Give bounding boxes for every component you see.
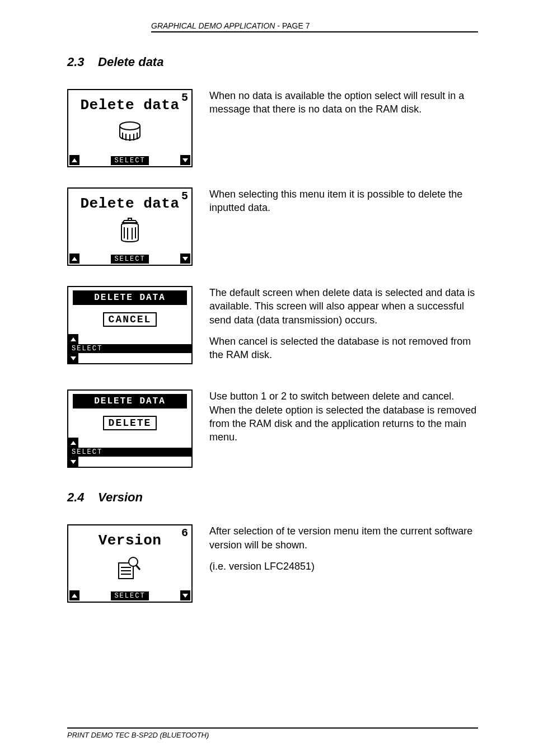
item-row: DELETE DATA DELETE SELECT Use button 1 o… <box>67 389 478 468</box>
lcd-title: Delete data <box>68 97 191 114</box>
section-heading-delete: 2.3 Delete data <box>67 55 478 69</box>
item-row: DELETE DATA CANCEL SELECT The default sc… <box>67 286 478 369</box>
lcd-mid-area: DELETE <box>68 408 191 438</box>
footer-text-smallcaps: LUETOOTH <box>167 731 207 739</box>
cancel-option[interactable]: CANCEL <box>103 312 157 327</box>
lcd-screen-delete-option: DELETE DATA DELETE SELECT <box>67 389 193 468</box>
up-arrow-icon[interactable] <box>69 253 79 264</box>
paragraph: Use button 1 or 2 to switch between dele… <box>209 389 478 444</box>
lcd-title: Delete data <box>68 195 191 212</box>
down-arrow-icon[interactable] <box>180 155 190 165</box>
lcd-screen-delete-nodata: 5 Delete data SELECT <box>67 89 193 167</box>
paragraph: (i.e. version LFC24851) <box>209 560 478 573</box>
lcd-bottom-bar: SELECT <box>68 438 191 467</box>
section-num: 2.4 <box>67 490 85 504</box>
description-text: When selecting this menu item it is poss… <box>209 187 478 223</box>
description-text: When no data is available the option sel… <box>209 89 478 124</box>
svg-point-0 <box>120 122 140 130</box>
item-row: 6 Version SELECT After selection of te v <box>67 524 478 603</box>
delete-option[interactable]: DELETE <box>103 416 157 430</box>
lcd-title: Version <box>68 532 191 549</box>
lcd-screen-cancel: DELETE DATA CANCEL SELECT <box>67 286 193 364</box>
section-title-text: Version <box>98 490 143 504</box>
select-button[interactable]: SELECT <box>111 156 148 165</box>
item-row: 5 Delete data SELECT When no <box>67 89 478 167</box>
page-header: GRAPHICAL DEMO APPLICATION - PAGE 7 <box>151 21 478 32</box>
lcd-title-bar: DELETE DATA <box>73 290 187 305</box>
lcd-menu-number: 6 <box>181 527 188 539</box>
item-row: 5 Delete data SELECT When sel <box>67 187 478 266</box>
down-arrow-icon[interactable] <box>68 353 78 363</box>
up-arrow-icon[interactable] <box>69 155 79 165</box>
lcd-screen-delete-trash: 5 Delete data SELECT <box>67 187 193 266</box>
up-arrow-icon[interactable] <box>69 590 79 600</box>
trash-icon <box>68 212 191 251</box>
footer-text: PRINT DEMO TEC B-SP2D (B <box>67 731 167 739</box>
up-arrow-icon[interactable] <box>68 334 78 344</box>
lcd-bottom-bar: SELECT <box>68 153 191 166</box>
select-button[interactable]: SELECT <box>68 344 191 353</box>
hdd-icon <box>68 114 191 153</box>
section-heading-version: 2.4 Version <box>67 490 478 505</box>
section-num: 2.3 <box>67 55 85 69</box>
paragraph: When selecting this menu item it is poss… <box>209 187 478 215</box>
paragraph: When cancel is selected the database is … <box>209 335 478 362</box>
lcd-bottom-bar: SELECT <box>68 251 191 265</box>
paragraph: After selection of te version menu item … <box>209 524 478 552</box>
select-button[interactable]: SELECT <box>111 591 148 600</box>
lcd-bottom-bar: SELECT <box>68 334 191 363</box>
description-text: After selection of te version menu item … <box>209 524 478 581</box>
down-arrow-icon[interactable] <box>180 590 190 600</box>
lcd-menu-number: 5 <box>181 190 188 203</box>
description-text: Use button 1 or 2 to switch between dele… <box>209 389 478 452</box>
lcd-bottom-bar: SELECT <box>68 588 191 602</box>
svg-line-16 <box>136 565 140 570</box>
document-search-icon <box>68 549 191 588</box>
description-text: The default screen when delete data is s… <box>209 286 478 369</box>
down-arrow-icon[interactable] <box>180 253 190 264</box>
lcd-menu-number: 5 <box>181 91 188 104</box>
lcd-screen-version: 6 Version SELECT <box>67 524 193 603</box>
up-arrow-icon[interactable] <box>68 438 78 448</box>
down-arrow-icon[interactable] <box>68 457 78 467</box>
paragraph: The default screen when delete data is s… <box>209 286 478 327</box>
svg-rect-6 <box>128 218 132 220</box>
header-separator: - <box>275 21 282 30</box>
footer-text-tail: ) <box>207 731 209 739</box>
header-page-num: PAGE 7 <box>282 21 310 30</box>
paragraph: When no data is available the option sel… <box>209 89 478 116</box>
select-button[interactable]: SELECT <box>111 255 148 264</box>
lcd-mid-area: CANCEL <box>68 305 191 334</box>
page-footer: PRINT DEMO TEC B-SP2D (BLUETOOTH) <box>67 727 478 739</box>
header-app-name: GRAPHICAL DEMO APPLICATION <box>151 21 275 30</box>
select-button[interactable]: SELECT <box>68 448 191 457</box>
lcd-title-bar: DELETE DATA <box>73 394 187 408</box>
section-title-text: Delete data <box>98 55 163 69</box>
